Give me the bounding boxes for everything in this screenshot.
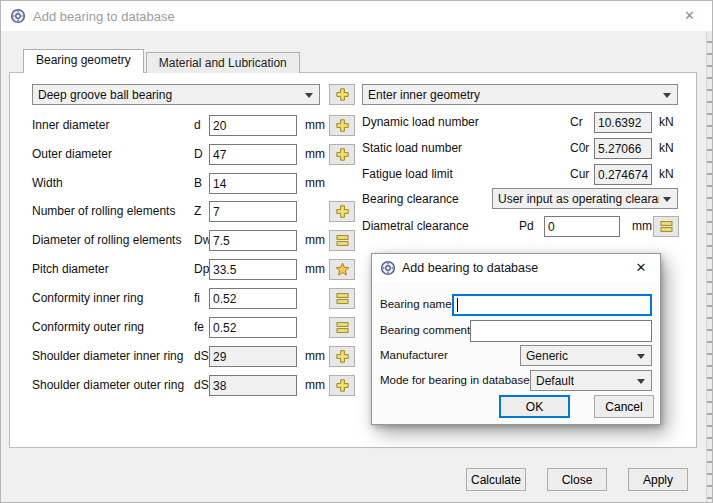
row-manufacturer: Manufacturer Generic: [380, 345, 654, 367]
field-unit: kN: [659, 167, 674, 181]
field-unit: mm: [305, 147, 325, 161]
ok-button[interactable]: OK: [499, 395, 570, 418]
bearing-name-input[interactable]: [452, 294, 652, 316]
equals-icon: [659, 219, 674, 234]
cancel-button[interactable]: Cancel: [594, 395, 654, 418]
row-dynamic-load: Dynamic load number Cr kN: [362, 112, 692, 133]
plus-button[interactable]: [329, 375, 355, 396]
add-bearing-window: Add bearing to database ✕ Bearing geomet…: [0, 0, 713, 503]
row-rolling-element-count: Number of rolling elements Z: [32, 201, 372, 222]
bearing-comment-input[interactable]: [470, 320, 652, 342]
bearing-type-plus-button[interactable]: [329, 84, 355, 105]
conformity-outer-input[interactable]: [209, 317, 297, 338]
row-database-mode: Mode for bearing in database Default: [380, 370, 654, 392]
field-symbol: Pd: [519, 219, 534, 233]
field-label: Bearing comment: [380, 324, 470, 336]
plus-button[interactable]: [329, 144, 355, 165]
field-symbol: d: [194, 118, 201, 132]
dynamic-load-input[interactable]: [594, 112, 652, 133]
field-label: Static load number: [362, 141, 462, 155]
pitch-diameter-input[interactable]: [209, 259, 297, 280]
dialog-close-button[interactable]: ✕: [622, 254, 660, 282]
plus-icon: [335, 147, 350, 162]
field-label: Diametral clearance: [362, 219, 469, 233]
geometry-mode-dropdown[interactable]: Enter inner geometry: [362, 84, 678, 105]
equals-button[interactable]: [653, 216, 679, 237]
plus-icon: [335, 204, 350, 219]
width-input[interactable]: [209, 173, 297, 194]
manufacturer-value: Generic: [526, 349, 568, 363]
plus-icon: [335, 87, 350, 102]
field-symbol: fi: [194, 291, 200, 305]
manufacturer-dropdown[interactable]: Generic: [520, 345, 652, 366]
field-label: Inner diameter: [32, 118, 109, 132]
static-load-input[interactable]: [594, 138, 652, 159]
bearing-type-dropdown[interactable]: Deep groove ball bearing: [32, 84, 320, 105]
tab-bearing-geometry[interactable]: Bearing geometry: [23, 49, 144, 73]
close-button[interactable]: Close: [547, 468, 607, 491]
plus-button[interactable]: [329, 115, 355, 136]
bearing-clearance-value: User input as operating clearance: [498, 192, 659, 206]
row-bearing-name: Bearing name: [380, 294, 654, 316]
rolling-element-diameter-input[interactable]: [209, 230, 297, 251]
text-caret: [457, 298, 458, 312]
row-shoulder-inner: Shoulder diameter inner ring dSi mm: [32, 346, 372, 367]
equals-button[interactable]: [329, 317, 355, 338]
field-label: Bearing name: [380, 298, 452, 310]
field-label: Width: [32, 176, 63, 190]
screen-right-edge: [706, 31, 712, 503]
bearing-clearance-dropdown[interactable]: User input as operating clearance: [492, 188, 678, 209]
equals-button[interactable]: [329, 230, 355, 251]
field-label: Bearing clearance: [362, 192, 459, 206]
equals-icon: [335, 320, 350, 335]
chevron-down-icon: [637, 379, 645, 384]
row-conformity-outer: Conformity outer ring fe: [32, 317, 372, 338]
field-unit: mm: [305, 349, 325, 363]
shoulder-outer-input[interactable]: [209, 375, 297, 396]
calculate-button[interactable]: Calculate: [466, 468, 526, 491]
database-mode-value: Default: [536, 374, 574, 388]
bearing-type-value: Deep groove ball bearing: [38, 88, 172, 102]
plus-icon: [335, 349, 350, 364]
field-symbol: B: [194, 176, 202, 190]
shoulder-inner-input[interactable]: [209, 346, 297, 367]
plus-icon: [335, 118, 350, 133]
plus-button[interactable]: [329, 346, 355, 367]
field-unit: kN: [659, 141, 674, 155]
fatigue-load-input[interactable]: [594, 164, 652, 185]
field-label: Fatigue load limit: [362, 167, 453, 181]
conformity-inner-input[interactable]: [209, 288, 297, 309]
equals-button[interactable]: [329, 288, 355, 309]
plus-icon: [335, 378, 350, 393]
field-symbol: Z: [194, 204, 201, 218]
tab-bar: Bearing geometry Material and Lubricatio…: [23, 50, 300, 73]
field-symbol: C0r: [570, 141, 589, 155]
apply-button[interactable]: Apply: [628, 468, 688, 491]
field-unit: mm: [305, 176, 325, 190]
field-label: Shoulder diameter inner ring: [32, 349, 183, 363]
rolling-element-count-input[interactable]: [209, 201, 297, 222]
plus-button[interactable]: [329, 201, 355, 222]
row-static-load: Static load number C0r kN: [362, 138, 692, 159]
bearing-app-icon: [10, 8, 26, 24]
field-label: Conformity outer ring: [32, 320, 144, 334]
row-bearing-comment: Bearing comment: [380, 320, 654, 342]
star-button[interactable]: [329, 259, 355, 280]
outer-diameter-input[interactable]: [209, 144, 297, 165]
dialog-title: Add bearing to database: [402, 261, 538, 275]
inner-diameter-input[interactable]: [209, 115, 297, 136]
diametral-clearance-input[interactable]: [544, 216, 620, 237]
chevron-down-icon: [663, 93, 671, 98]
geometry-mode-value: Enter inner geometry: [368, 88, 480, 102]
database-mode-dropdown[interactable]: Default: [530, 370, 652, 391]
field-label: Diameter of rolling elements: [32, 233, 181, 247]
field-unit: mm: [632, 219, 652, 233]
window-close-button[interactable]: ✕: [667, 1, 712, 31]
field-label: Outer diameter: [32, 147, 112, 161]
field-label: Pitch diameter: [32, 262, 109, 276]
window-titlebar: Add bearing to database ✕: [1, 1, 712, 31]
field-label: Conformity inner ring: [32, 291, 143, 305]
row-inner-diameter: Inner diameter d mm: [32, 115, 372, 136]
tab-material-lubrication[interactable]: Material and Lubrication: [146, 52, 300, 73]
row-shoulder-outer: Shoulder diameter outer ring dSe mm: [32, 375, 372, 396]
